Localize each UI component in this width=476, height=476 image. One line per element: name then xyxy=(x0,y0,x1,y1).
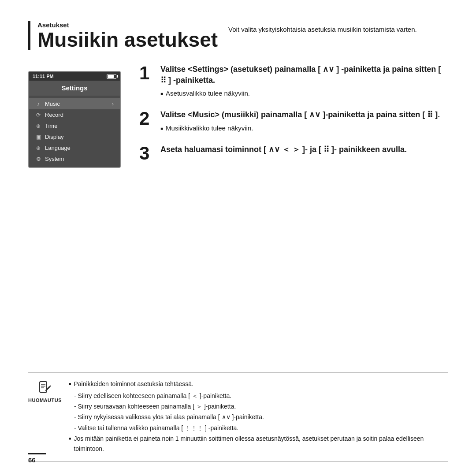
page-number: 66 xyxy=(28,453,46,464)
header: Asetukset Musiikin asetukset Voit valita… xyxy=(28,21,448,50)
system-icon: ⚙ xyxy=(35,156,41,162)
notes-sub-item-4: - Valitse tai tallenna valikko painamall… xyxy=(74,423,448,433)
menu-label-time: Time xyxy=(45,123,114,129)
step-2: 2 Valitse <Music> (musiikki) painamalla … xyxy=(139,109,448,131)
notes-sub-item-3: - Siirry nykyisessä valikossa ylös tai a… xyxy=(74,412,448,422)
page-title: Musiikin asetukset xyxy=(37,28,218,51)
step-1-title: Valitse <Settings> (asetukset) painamall… xyxy=(160,64,448,86)
notes-content: Painikkeiden toiminnot asetuksia tehtäes… xyxy=(69,379,448,455)
device-settings-header: Settings xyxy=(29,81,120,96)
menu-label-music: Music xyxy=(45,100,108,107)
menu-item-language[interactable]: ⊕ Language xyxy=(29,142,120,153)
notes-sub-items: - Siirry edelliseen kohteeseen painamall… xyxy=(69,391,448,433)
battery-fill xyxy=(108,75,114,78)
menu-item-time[interactable]: ⊕ Time xyxy=(29,120,120,131)
device-status-bar: 11:11 PM xyxy=(29,72,120,81)
menu-item-record[interactable]: ⟳ Record xyxy=(29,109,120,120)
menu-item-music[interactable]: ♪ Music › xyxy=(29,98,120,109)
record-icon: ⟳ xyxy=(35,112,41,118)
step-1-note: Asetusvalikko tulee näkyviin. xyxy=(160,89,448,97)
main-content: 11:11 PM Settings ♪ Music xyxy=(28,64,448,369)
step-1: 1 Valitse <Settings> (asetukset) painama… xyxy=(139,64,448,97)
menu-item-display[interactable]: ▣ Display xyxy=(29,131,120,142)
header-label: Asetukset xyxy=(37,21,218,29)
notes-bullet-2: Jos mitään painiketta ei paineta noin 1 … xyxy=(69,434,448,454)
step-2-content: Valitse <Music> (musiikki) painamalla [ … xyxy=(160,109,448,131)
notes-sub-item-1: - Siirry edelliseen kohteeseen painamall… xyxy=(74,391,448,401)
step-1-content: Valitse <Settings> (asetukset) painamall… xyxy=(160,64,448,97)
device-screen: 11:11 PM Settings ♪ Music xyxy=(28,71,121,168)
page-container: Asetukset Musiikin asetukset Voit valita… xyxy=(0,0,476,476)
notes-bullet-1: Painikkeiden toiminnot asetuksia tehtäes… xyxy=(69,379,448,389)
device-battery xyxy=(107,74,116,79)
notes-sub-item-2: - Siirry seuraavaan kohteeseen painamall… xyxy=(74,402,448,411)
notes-section: HUOMAUTUS Painikkeiden toiminnot asetuks… xyxy=(28,372,448,462)
step-2-note: Musiikkivalikko tulee näkyviin. xyxy=(160,124,448,132)
battery-icon xyxy=(107,74,116,79)
menu-label-display: Display xyxy=(45,134,114,140)
step-1-number: 1 xyxy=(139,64,155,82)
menu-label-record: Record xyxy=(45,112,114,118)
step-3-title: Aseta haluamasi toiminnot [ ∧∨ ＜ ＞ ]- ja… xyxy=(160,144,448,155)
header-left: Asetukset Musiikin asetukset xyxy=(37,21,218,50)
display-icon: ▣ xyxy=(35,134,41,140)
step-2-number: 2 xyxy=(139,109,155,128)
device-column: 11:11 PM Settings ♪ Music xyxy=(28,64,125,369)
device-menu: ♪ Music › ⟳ Record ⊕ Time ▣ Display xyxy=(29,96,120,167)
device-time: 11:11 PM xyxy=(33,74,54,79)
step-3-number: 3 xyxy=(139,144,155,163)
device-header-text: Settings xyxy=(61,84,87,92)
huomautus-label: HUOMAUTUS xyxy=(28,398,62,403)
pencil-icon xyxy=(37,380,53,396)
menu-label-system: System xyxy=(45,156,114,162)
language-icon: ⊕ xyxy=(35,145,41,151)
step-3-content: Aseta haluamasi toiminnot [ ∧∨ ＜ ＞ ]- ja… xyxy=(160,144,448,159)
instructions-column: 1 Valitse <Settings> (asetukset) painama… xyxy=(139,64,448,369)
menu-label-language: Language xyxy=(45,145,114,151)
step-2-title: Valitse <Music> (musiikki) painamalla [ … xyxy=(160,109,448,120)
music-icon: ♪ xyxy=(35,101,41,107)
header-description: Voit valita yksityiskohtaisia asetuksia … xyxy=(228,25,417,34)
time-icon: ⊕ xyxy=(35,123,41,129)
notes-icon-column: HUOMAUTUS xyxy=(28,379,62,455)
step-3: 3 Aseta haluamasi toiminnot [ ∧∨ ＜ ＞ ]- … xyxy=(139,144,448,163)
menu-arrow-music: › xyxy=(112,101,114,107)
menu-item-system[interactable]: ⚙ System xyxy=(29,153,120,164)
